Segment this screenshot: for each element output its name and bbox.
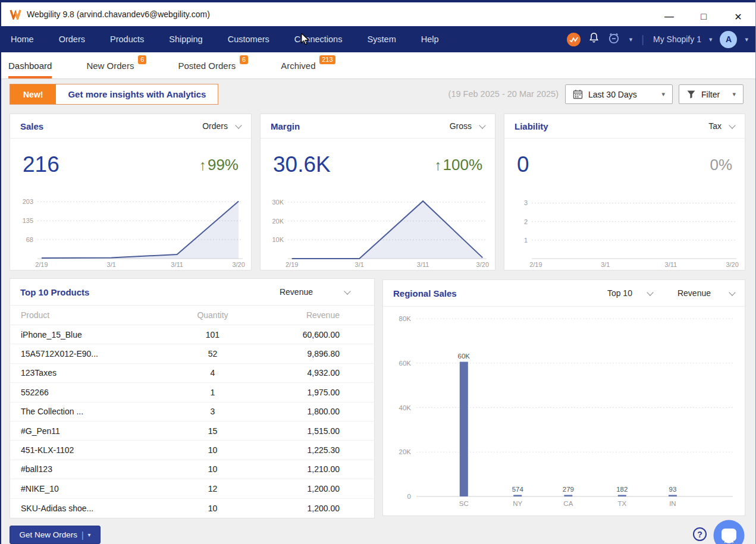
tab-posted-orders-label: Posted Orders — [178, 61, 236, 71]
nav-item-customers[interactable]: Customers — [228, 34, 269, 44]
svg-text:SC: SC — [459, 500, 469, 507]
liability-metric-label: Tax — [708, 121, 722, 131]
table-row[interactable]: 123Taxes44,932.00 — [10, 364, 374, 383]
get-new-orders-button[interactable]: Get New Orders | ▾ — [10, 526, 101, 544]
product-name: #NIKE_10 — [10, 484, 169, 493]
analytics-pulse-icon[interactable] — [567, 33, 581, 46]
maximize-button[interactable]: □ — [686, 5, 721, 29]
margin-value: 30.6K — [273, 152, 331, 177]
svg-text:135: 135 — [23, 217, 33, 224]
chevron-down-icon — [647, 289, 653, 295]
nav-item-home[interactable]: Home — [11, 34, 34, 44]
svg-text:279: 279 — [563, 486, 574, 493]
product-revenue: 1,975.00 — [256, 388, 374, 397]
tab-posted-orders[interactable]: Posted Orders 6 — [178, 52, 236, 78]
notifications-bell-icon[interactable] — [588, 32, 600, 46]
col-product[interactable]: Product — [10, 310, 169, 320]
store-selector[interactable]: My Shopify 1 — [653, 34, 701, 44]
sales-metric-dropdown[interactable]: Orders — [202, 121, 241, 131]
store-caret-icon[interactable]: ▾ — [709, 36, 713, 43]
scheduler-caret-icon[interactable]: ▾ — [629, 36, 633, 43]
tab-new-orders[interactable]: New Orders 6 — [86, 52, 134, 78]
table-row[interactable]: #NIKE_10121,200.00 — [10, 479, 374, 498]
regional-metric-label: Revenue — [677, 288, 711, 298]
table-row[interactable]: #G_Pen11151,515.00 — [10, 422, 374, 441]
liability-metric-dropdown[interactable]: Tax — [708, 121, 735, 131]
calendar-icon — [573, 89, 583, 99]
table-row[interactable]: The Collection ...31,800.00 — [10, 403, 374, 422]
col-revenue[interactable]: Revenue — [256, 310, 374, 320]
product-quantity: 10 — [169, 445, 256, 455]
product-name: SKU-Adidas shoe... — [10, 504, 169, 513]
product-name: 123Taxes — [10, 368, 169, 378]
product-quantity: 101 — [169, 330, 256, 339]
col-quantity[interactable]: Quantity — [169, 310, 256, 320]
period-dropdown[interactable]: Last 30 Days ▾ — [565, 84, 673, 104]
nav-divider: | — [641, 33, 644, 46]
help-button[interactable]: ? — [693, 527, 707, 541]
close-button[interactable]: ✕ — [721, 5, 755, 29]
table-row[interactable]: 451-KLX-1102101,225.30 — [10, 441, 374, 460]
nav-item-products[interactable]: Products — [110, 34, 144, 44]
regional-scope-dropdown[interactable]: Top 10 — [607, 288, 653, 298]
nav-item-help[interactable]: Help — [421, 34, 439, 44]
sales-trend-chart: 681352032/193/13/113/20 — [12, 191, 249, 271]
tab-dashboard[interactable]: Dashboard — [8, 52, 52, 78]
avatar[interactable]: A — [720, 31, 737, 48]
product-name: 552266 — [10, 388, 169, 397]
svg-text:40K: 40K — [399, 404, 412, 411]
svg-text:60K: 60K — [399, 360, 412, 367]
main-nav: Home Orders Products Shipping Customers … — [1, 26, 755, 52]
liability-card: Liability Tax 0 0% 1232/193/13/113/20 — [504, 114, 745, 271]
sales-card-title: Sales — [20, 121, 43, 131]
top-products-metric-dropdown[interactable]: Revenue — [280, 287, 350, 297]
nav-item-shipping[interactable]: Shipping — [169, 34, 202, 44]
tab-bar: Dashboard New Orders 6 Posted Orders 6 A… — [1, 52, 755, 79]
product-revenue: 1,800.00 — [256, 407, 374, 416]
button-divider: | — [81, 530, 84, 540]
svg-text:2/19: 2/19 — [35, 261, 48, 268]
minimize-button[interactable]: — — [652, 5, 686, 29]
product-revenue: 1,225.30 — [256, 445, 374, 455]
sales-change: ↑99% — [199, 156, 239, 174]
date-range-label: (19 Feb 2025 - 20 Mar 2025) — [448, 89, 559, 99]
product-name: 451-KLX-1102 — [10, 445, 169, 455]
table-row[interactable]: SKU-Adidas shoe...101,200.00 — [10, 499, 374, 518]
margin-metric-dropdown[interactable]: Gross — [450, 121, 485, 131]
nav-item-connections[interactable]: Connections — [294, 34, 343, 44]
period-label: Last 30 Days — [588, 90, 637, 99]
product-name: #G_Pen11 — [10, 426, 169, 436]
regional-metric-dropdown[interactable]: Revenue — [677, 288, 735, 298]
product-revenue: 1,210.00 — [256, 464, 374, 474]
product-quantity: 10 — [169, 464, 256, 474]
table-row[interactable]: 15A5712X012-E90...529,896.80 — [10, 344, 374, 363]
banner-message: Get more insights with Analytics — [56, 84, 218, 104]
nav-item-system[interactable]: System — [367, 34, 396, 44]
chevron-down-icon — [344, 288, 350, 294]
table-row[interactable]: 55226611,975.00 — [10, 383, 374, 402]
regional-sales-bar-chart: 020K40K60K80K60KSC574NY279CA182TX93IN — [385, 308, 742, 515]
tab-archived[interactable]: Archived 213 — [281, 52, 315, 78]
svg-text:20K: 20K — [272, 218, 284, 225]
svg-text:3: 3 — [524, 199, 528, 206]
account-caret-icon[interactable]: ▾ — [745, 36, 748, 43]
svg-text:574: 574 — [512, 486, 524, 493]
margin-card: Margin Gross 30.6K ↑100% 10K20K30K2/193/… — [260, 114, 495, 271]
sales-value: 216 — [23, 152, 59, 177]
table-row[interactable]: #ball123101,210.00 — [10, 460, 374, 479]
scheduler-alarm-icon[interactable] — [607, 32, 622, 47]
products-table-header: Product Quantity Revenue — [10, 306, 374, 325]
top-products-title: Top 10 Products — [20, 287, 89, 297]
svg-text:3/20: 3/20 — [726, 261, 738, 268]
filter-dropdown[interactable]: Filter ▾ — [679, 84, 744, 104]
nav-item-orders[interactable]: Orders — [59, 34, 85, 44]
table-row[interactable]: iPhone_15_Blue10160,600.00 — [10, 325, 374, 344]
chevron-down-icon — [729, 122, 735, 128]
chat-widget-button[interactable] — [713, 519, 745, 544]
margin-trend-chart: 10K20K30K2/193/13/113/20 — [263, 191, 493, 271]
analytics-banner[interactable]: New! Get more insights with Analytics — [10, 84, 218, 105]
svg-text:2/19: 2/19 — [529, 261, 542, 268]
product-quantity: 4 — [169, 368, 256, 378]
svg-text:80K: 80K — [399, 315, 412, 322]
product-quantity: 1 — [169, 388, 256, 397]
